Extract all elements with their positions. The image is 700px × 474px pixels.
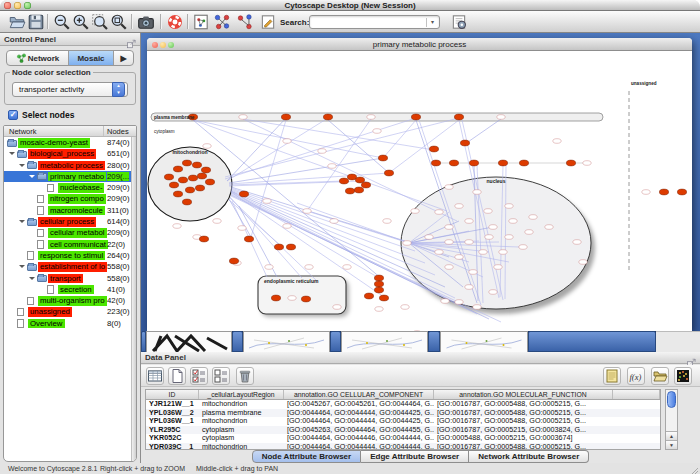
new-attribute-icon[interactable] <box>168 367 186 385</box>
table-cell[interactable]: YDR039C__1 <box>146 443 199 451</box>
node-label-pill[interactable] <box>583 161 591 166</box>
network-node[interactable] <box>239 191 248 197</box>
network-node[interactable] <box>192 162 201 168</box>
node-label-pill[interactable] <box>455 255 463 260</box>
table-cell[interactable]: [GO:0016787, GO:0005488, GO:0005215, G..… <box>434 409 613 418</box>
node-label-pill[interactable] <box>465 285 473 290</box>
tree-row[interactable]: primary metabo209(... <box>4 171 136 182</box>
network-window-titlebar[interactable]: primary metabolic process <box>147 38 692 51</box>
scroll-down-icon[interactable]: ▼ <box>666 440 677 449</box>
tree-row-label[interactable]: macromolecule <box>48 206 105 216</box>
network-node[interactable] <box>431 160 440 166</box>
network-node[interactable] <box>374 287 383 293</box>
heatmap-icon[interactable] <box>674 367 692 385</box>
node-label-pill[interactable] <box>455 204 463 209</box>
node-label-pill[interactable] <box>401 305 409 310</box>
tree-row[interactable]: transport558(0) <box>4 273 136 284</box>
node-label-pill[interactable] <box>494 265 502 270</box>
minimized-window-net[interactable] <box>440 331 528 352</box>
network-node[interactable] <box>347 174 356 180</box>
node-label-pill[interactable] <box>499 250 507 255</box>
network-node[interactable] <box>566 160 575 166</box>
table-cell[interactable]: [GO:0044464, GO:0044444, GO:0044425, G..… <box>284 409 434 418</box>
minimized-window-net[interactable] <box>341 331 428 352</box>
node-label-pill[interactable] <box>473 305 481 310</box>
tree-row-label[interactable]: Overview <box>28 319 65 329</box>
tree-row-label[interactable]: mosaic-demo-yeast <box>18 138 90 148</box>
zoom-out-icon[interactable] <box>53 13 71 31</box>
network-node[interactable] <box>379 295 388 301</box>
zoom-fit-icon[interactable] <box>110 13 128 31</box>
tab-network-attribute-browser[interactable]: Network Attribute Browser <box>469 450 589 463</box>
table-cell[interactable]: plasma membrane <box>199 409 284 418</box>
node-label-pill[interactable] <box>497 115 505 120</box>
network-node[interactable] <box>197 173 206 179</box>
node-label-pill[interactable] <box>367 115 375 120</box>
layout-b-icon[interactable] <box>236 13 254 31</box>
network-node[interactable] <box>364 293 373 299</box>
network-node[interactable] <box>469 160 478 166</box>
table-cell[interactable]: cytoplasm <box>199 426 284 435</box>
network-edge[interactable] <box>231 189 425 263</box>
network-node[interactable] <box>323 114 332 120</box>
tab-node-attribute-browser[interactable]: Node Attribute Browser <box>252 450 362 463</box>
expander-icon[interactable] <box>29 277 35 283</box>
node-label-pill[interactable] <box>484 209 492 214</box>
network-edge[interactable] <box>193 120 447 211</box>
dropdown-stepper-icon[interactable]: ▲▼ <box>112 82 125 97</box>
search-input[interactable]: ▾ <box>309 15 440 29</box>
minimized-window-plain[interactable] <box>656 331 700 352</box>
tree-col-nodes[interactable]: Nodes <box>107 127 129 136</box>
network-node[interactable] <box>178 177 187 183</box>
node-label-pill[interactable] <box>411 209 419 214</box>
network-node[interactable] <box>361 182 370 188</box>
table-cell[interactable]: [GO:0045263, GO:0044464, GO:0044455, G..… <box>284 426 434 435</box>
node-label-pill[interactable] <box>373 129 381 134</box>
table-cell[interactable]: [GO:0005488, GO:0005215, GO:0003674] <box>434 434 613 443</box>
node-label-pill[interactable] <box>318 149 326 154</box>
tree-row[interactable]: response to stimul264(0) <box>4 250 136 261</box>
network-edge[interactable] <box>243 119 434 150</box>
network-node[interactable] <box>677 189 686 195</box>
expander-icon[interactable] <box>19 220 25 226</box>
expander-icon[interactable] <box>29 175 35 181</box>
network-node[interactable] <box>301 296 310 302</box>
node-label-pill[interactable] <box>445 185 453 190</box>
network-node[interactable] <box>201 167 210 173</box>
network-edge[interactable] <box>465 119 501 144</box>
tree-row[interactable]: secretion41(0) <box>4 284 136 295</box>
network-node[interactable] <box>199 236 208 242</box>
import-icon[interactable] <box>651 367 669 385</box>
network-node[interactable] <box>374 281 383 287</box>
network-node[interactable] <box>182 160 191 166</box>
tree-scrollbar[interactable] <box>131 137 136 461</box>
network-edge[interactable] <box>297 203 409 243</box>
minimized-window-bar[interactable] <box>528 331 656 352</box>
select-nodes-checkbox[interactable]: ✓ <box>8 110 18 120</box>
table-cell[interactable]: cytoplasm <box>199 434 284 443</box>
formula-icon[interactable]: f(x) <box>627 367 645 385</box>
node-label-pill[interactable] <box>525 230 533 235</box>
network-node[interactable] <box>274 244 283 250</box>
table-cell[interactable]: mitochondrion <box>199 443 284 451</box>
node-label-pill[interactable] <box>303 209 311 214</box>
node-label-pill[interactable] <box>328 164 336 169</box>
table-cell[interactable]: [GO:0016787, GO:0005488, GO:0005215, G..… <box>434 400 613 409</box>
tree-row[interactable]: biological_process651(0) <box>4 148 136 159</box>
network-node[interactable] <box>271 295 280 301</box>
network-node[interactable] <box>229 258 238 264</box>
table-cell[interactable]: YJR121W__1 <box>146 400 199 409</box>
table-cell[interactable]: [GO:0016787, GO:0005488, GO:0005215, G..… <box>434 417 613 426</box>
network-node[interactable] <box>185 187 194 193</box>
node-label-pill[interactable] <box>288 296 296 301</box>
tree-row[interactable]: nitrogen compo209(0) <box>4 193 136 204</box>
node-label-pill[interactable] <box>465 240 473 245</box>
network-node[interactable] <box>354 187 363 193</box>
node-label-pill[interactable] <box>203 144 211 149</box>
network-edge[interactable] <box>231 191 379 278</box>
node-label-pill[interactable] <box>383 219 391 224</box>
tree-col-network[interactable]: Network <box>9 127 37 136</box>
column-header[interactable]: ID <box>146 390 199 399</box>
node-label-pill[interactable] <box>455 300 463 305</box>
expander-icon[interactable] <box>19 164 25 170</box>
